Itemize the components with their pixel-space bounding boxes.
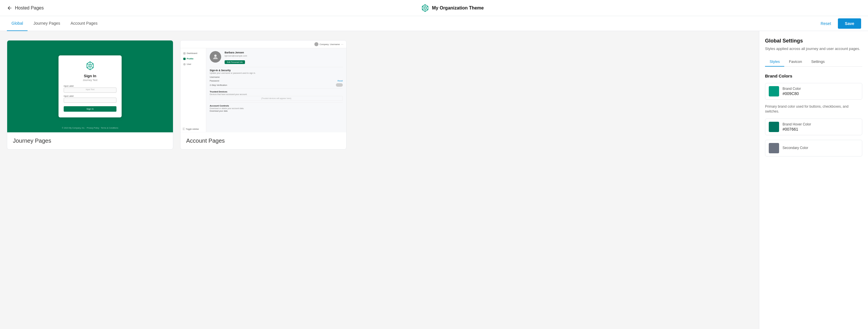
journey-sign-in-btn[interactable]: Sign In [64, 106, 117, 112]
toggle-sidebar-icon [183, 128, 185, 130]
cards-area: Sign In Journey Text Input Label Input T… [0, 31, 759, 329]
journey-sign-in-title: Sign In [64, 74, 117, 78]
user-icon [183, 63, 186, 65]
acc-password-reset: Reset [338, 80, 343, 82]
brand-hover-color-name: Brand Hover Color [782, 122, 811, 126]
avatar-icon [212, 53, 219, 60]
acc-section-desc: Update your username or password used to… [210, 72, 343, 74]
back-icon [7, 5, 12, 11]
acc-edit-btn[interactable]: Edit Personal Info [225, 60, 245, 64]
account-pages-card[interactable]: Company Username ··· Dashboard [180, 40, 346, 150]
tab-global[interactable]: Global [7, 16, 28, 31]
acc-main-area: Barbara Jensen bjensen@example.com Edit … [206, 48, 346, 132]
brand-color-hex: #009C80 [782, 91, 801, 96]
svg-line-12 [91, 64, 93, 65]
brand-colors-header: Brand Colors [765, 73, 862, 79]
brand-color-desc: Primary brand color used for buttons, ch… [765, 104, 862, 114]
svg-line-13 [87, 67, 89, 68]
acc-header: Company Username ··· [180, 40, 346, 48]
acc-download: Download your data [210, 110, 343, 112]
acc-controls-desc: Download or delete your account data. [210, 108, 343, 109]
reset-button[interactable]: Reset [817, 19, 835, 28]
acc-sidebar-user: User [180, 61, 206, 67]
panel-title: Global Settings [765, 38, 862, 44]
tabs-bar: Global Journey Pages Account Pages Reset… [0, 16, 868, 31]
svg-point-1 [424, 7, 426, 9]
acc-sidebar: Dashboard Profile User [180, 48, 206, 132]
brand-color-row[interactable]: Brand Color #009C80 [765, 83, 862, 100]
acc-user-email: bjensen@example.com [225, 55, 343, 57]
acc-sidebar-toggle: Toggle sidebar [183, 128, 199, 130]
secondary-color-row[interactable]: Secondary Color [765, 140, 862, 156]
acc-field-username: Username [210, 76, 220, 79]
acc-trusted-desc: Devices that have accessed your account. [210, 93, 343, 95]
acc-trusted-placeholder: (Trusted devices will appear here) [210, 96, 343, 101]
panel-tab-settings[interactable]: Settings [807, 57, 829, 67]
brand-hover-color-hex: #007661 [782, 127, 811, 131]
acc-trusted-title: Trusted Devices [210, 90, 343, 93]
journey-footer: © 2023 My Company, Inc. · Privacy Policy… [7, 127, 173, 129]
dashboard-icon [183, 52, 186, 55]
back-button[interactable]: Hosted Pages [7, 5, 44, 11]
account-preview: Company Username ··· Dashboard [180, 40, 346, 132]
acc-2step-toggle [336, 83, 343, 87]
acc-username-row: Username [210, 76, 343, 79]
back-label: Hosted Pages [15, 5, 44, 11]
journey-subtitle: Journey Text [64, 79, 117, 82]
acc-section-title: Sign-In & Security [210, 69, 343, 72]
journey-preview: Sign In Journey Text Input Label Input T… [7, 40, 173, 132]
right-panel: Global Settings Styles applied across al… [759, 31, 868, 329]
profile-icon [183, 58, 186, 60]
save-button[interactable]: Save [838, 19, 861, 29]
acc-dots-icon: ··· [341, 43, 343, 46]
journey-logo-icon [86, 61, 95, 70]
acc-company: Company [319, 43, 329, 46]
svg-line-15 [91, 67, 93, 68]
acc-username-header: Username [330, 43, 340, 46]
acc-user-info: Barbara Jensen bjensen@example.com Edit … [225, 51, 343, 64]
panel-desc: Styles applied across all journey and us… [765, 46, 862, 51]
brand-hover-color-row[interactable]: Brand Hover Color #007661 [765, 119, 862, 135]
tabs-actions: Reset Save [817, 19, 861, 29]
acc-avatar-header [314, 42, 318, 46]
svg-point-9 [89, 65, 91, 67]
svg-line-14 [87, 64, 89, 65]
account-card-label: Account Pages [180, 132, 346, 149]
acc-divider-2 [210, 88, 343, 89]
secondary-color-swatch [769, 143, 779, 153]
journey-field-input-1: Input Text [64, 88, 117, 93]
panel-tab-favicon[interactable]: Favicon [784, 57, 807, 67]
journey-field-label-2: Input Label [64, 95, 117, 97]
app-header: Hosted Pages My Organization Theme [0, 0, 868, 16]
acc-password-row: Password Reset [210, 80, 343, 82]
brand-hover-color-swatch [769, 122, 779, 132]
journey-card-label: Journey Pages [7, 132, 173, 149]
acc-field-password: Password [210, 80, 219, 82]
acc-sidebar-profile: Profile [180, 56, 206, 61]
brand-color-swatch [769, 86, 779, 96]
acc-divider-3 [210, 102, 343, 103]
header-title: My Organization Theme [432, 5, 484, 11]
journey-pages-card[interactable]: Sign In Journey Text Input Label Input T… [7, 40, 173, 150]
panel-tab-styles[interactable]: Styles [765, 57, 784, 67]
acc-avatar [210, 51, 221, 63]
panel-tabs: Styles Favicon Settings [765, 57, 862, 67]
acc-controls-title: Account Controls [210, 104, 343, 107]
acc-body: Dashboard Profile User [180, 48, 346, 132]
tab-journey-pages[interactable]: Journey Pages [29, 16, 65, 31]
acc-sidebar-dashboard: Dashboard [180, 51, 206, 56]
tab-account-pages[interactable]: Account Pages [66, 16, 102, 31]
acc-2step-label: 2-Step Verification [210, 84, 227, 86]
main-content: Sign In Journey Text Input Label Input T… [0, 31, 868, 329]
svg-point-16 [214, 55, 217, 57]
account-preview-bg: Company Username ··· Dashboard [180, 40, 346, 132]
acc-divider-1 [210, 67, 343, 67]
acc-profile-section: Barbara Jensen bjensen@example.com Edit … [210, 51, 343, 64]
svg-rect-17 [183, 128, 185, 130]
secondary-color-info: Secondary Color [782, 146, 808, 150]
brand-color-name: Brand Color [782, 87, 801, 91]
acc-2step-row: 2-Step Verification [210, 83, 343, 87]
brand-color-info: Brand Color #009C80 [782, 87, 801, 96]
org-logo-icon [421, 4, 429, 12]
journey-bg: Sign In Journey Text Input Label Input T… [7, 40, 173, 132]
